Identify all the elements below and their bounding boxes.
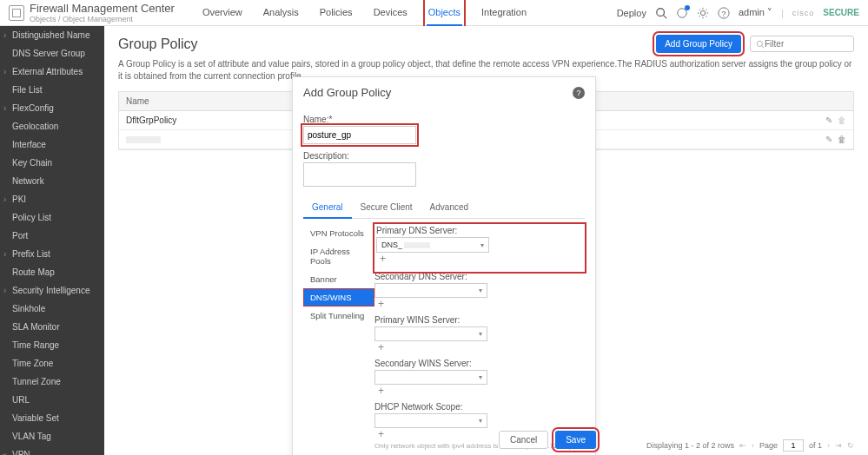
tab-secure-client[interactable]: Secure Client xyxy=(352,197,421,218)
sidebar-item[interactable]: URL xyxy=(0,391,104,409)
pager-page-label: Page xyxy=(759,441,778,450)
add-primary-wins-icon[interactable]: + xyxy=(378,341,384,353)
sidebar-item[interactable]: Key Chain xyxy=(0,154,104,172)
pager: Displaying 1 - 2 of 2 rows ⇤ ‹ Page of 1… xyxy=(646,439,854,452)
page-head: Group Policy Add Group Policy xyxy=(118,35,854,53)
cancel-button[interactable]: Cancel xyxy=(499,431,548,449)
sidebar-item[interactable]: Interface xyxy=(0,135,104,154)
sidebar-item[interactable]: DNS Server Group xyxy=(0,44,104,63)
chevron-down-icon: ▾ xyxy=(479,417,482,425)
sidebar-item[interactable]: Route Map xyxy=(0,263,104,281)
sidebar-item[interactable]: Network xyxy=(0,172,104,190)
add-group-policy-modal: Add Group Policy ? Name:* Description: G… xyxy=(292,76,596,455)
subtab-vpn-protocols[interactable]: VPN Protocols xyxy=(303,224,374,242)
svg-line-7 xyxy=(762,45,765,48)
modal-tabs: General Secure Client Advanced xyxy=(303,197,585,219)
secondary-wins-select[interactable]: ▾ xyxy=(374,370,487,385)
sidebar-item[interactable]: VLAN Tag xyxy=(0,427,104,445)
row-name: DfltGrpPolicy xyxy=(126,115,176,125)
sidebar-item[interactable]: FlexConfig xyxy=(0,99,104,117)
chevron-down-icon: ▾ xyxy=(479,373,482,381)
add-secondary-dns-icon[interactable]: + xyxy=(378,298,384,310)
modal-help-icon[interactable]: ? xyxy=(573,87,585,99)
breadcrumb[interactable]: Objects / Object Management xyxy=(30,15,175,23)
description-input[interactable] xyxy=(303,162,416,187)
save-button[interactable]: Save xyxy=(555,431,596,449)
sidebar-item[interactable]: Distinguished Name xyxy=(0,26,104,44)
primary-wins-label: Primary WINS Server: xyxy=(374,315,585,325)
refresh-icon[interactable]: ↻ xyxy=(847,441,854,450)
tab-general[interactable]: General xyxy=(303,197,352,219)
name-input[interactable] xyxy=(303,126,416,144)
nav-integration[interactable]: Integration xyxy=(480,0,528,26)
modal-header: Add Group Policy ? xyxy=(293,77,595,108)
sidebar-item[interactable]: External Attributes xyxy=(0,63,104,81)
delete-icon[interactable]: 🗑 xyxy=(838,115,846,125)
nav-devices[interactable]: Devices xyxy=(372,0,409,26)
sidebar-item[interactable]: Geolocation xyxy=(0,117,104,135)
sidebar-item[interactable]: Time Range xyxy=(0,336,104,354)
subtab-split-tunneling[interactable]: Split Tunneling xyxy=(303,307,374,325)
sidebar-item[interactable]: Prefix List xyxy=(0,245,104,263)
pager-prev-icon[interactable]: ‹ xyxy=(752,441,754,450)
nav-policies[interactable]: Policies xyxy=(318,0,354,26)
sidebar-item[interactable]: SLA Monitor xyxy=(0,318,104,336)
cisco-logo: cisco xyxy=(792,9,815,17)
filter-wrap[interactable] xyxy=(750,36,854,52)
nav-objects[interactable]: Objects xyxy=(427,0,462,26)
svg-line-1 xyxy=(664,15,667,18)
secondary-wins-label: Secondary WINS Server: xyxy=(374,359,585,368)
sidebar-item[interactable]: Sinkhole xyxy=(0,300,104,318)
sidebar-item[interactable]: Policy List xyxy=(0,208,104,227)
user-menu[interactable]: admin ˅ xyxy=(739,7,772,18)
primary-dns-select[interactable]: DNS_▾ xyxy=(376,237,489,253)
svg-text:?: ? xyxy=(721,9,726,17)
add-group-policy-button[interactable]: Add Group Policy xyxy=(656,35,741,53)
nav-overview[interactable]: Overview xyxy=(201,0,244,26)
pager-page-input[interactable] xyxy=(783,439,804,452)
svg-point-6 xyxy=(757,41,762,46)
sidebar-item[interactable]: Time Zone xyxy=(0,354,104,373)
page-title: Group Policy xyxy=(118,36,198,52)
edit-icon[interactable]: ✎ xyxy=(825,115,832,125)
pager-last-icon[interactable]: ⇥ xyxy=(835,441,842,450)
edit-icon[interactable]: ✎ xyxy=(825,135,832,144)
subtab-dns-wins[interactable]: DNS/WINS xyxy=(303,288,374,307)
delete-icon[interactable]: 🗑 xyxy=(838,135,846,144)
modal-footer: Cancel Save xyxy=(292,431,596,449)
dhcp-select[interactable]: ▾ xyxy=(374,413,487,428)
sidebar-item[interactable]: Tunnel Zone xyxy=(0,373,104,391)
sidebar-item[interactable]: Variable Set xyxy=(0,409,104,427)
add-secondary-wins-icon[interactable]: + xyxy=(378,385,384,397)
secondary-dns-label: Secondary DNS Server: xyxy=(374,272,585,281)
top-header: Firewall Management Center Objects / Obj… xyxy=(0,0,868,26)
subtab-ip-pools[interactable]: IP Address Pools xyxy=(303,242,374,270)
sidebar-item[interactable]: PKI xyxy=(0,190,104,208)
pager-of: of 1 xyxy=(809,441,822,450)
sidebar-item[interactable]: File List xyxy=(0,81,104,99)
nav-analysis[interactable]: Analysis xyxy=(262,0,301,26)
notifications-icon[interactable] xyxy=(676,7,688,19)
modal-title: Add Group Policy xyxy=(303,86,391,99)
sidebar: Distinguished NameDNS Server GroupExtern… xyxy=(0,26,104,455)
subtabs: VPN Protocols IP Address Pools Banner DN… xyxy=(303,224,374,455)
sidebar-item[interactable]: Security Intelligence xyxy=(0,281,104,300)
secondary-dns-select[interactable]: ▾ xyxy=(374,283,487,298)
sidebar-item[interactable]: VPN xyxy=(0,445,104,455)
search-icon[interactable] xyxy=(655,7,667,19)
filter-input[interactable] xyxy=(765,39,843,49)
dhcp-label: DHCP Network Scope: xyxy=(374,402,585,412)
tab-advanced[interactable]: Advanced xyxy=(421,197,477,218)
primary-wins-select[interactable]: ▾ xyxy=(374,326,487,341)
subtab-banner[interactable]: Banner xyxy=(303,270,374,288)
pager-next-icon[interactable]: › xyxy=(827,441,830,450)
chevron-down-icon: ▾ xyxy=(480,241,484,249)
deploy-button[interactable]: Deploy xyxy=(617,8,646,18)
top-nav: Overview Analysis Policies Devices Objec… xyxy=(201,0,528,26)
pager-first-icon[interactable]: ⇤ xyxy=(739,441,746,450)
help-icon[interactable]: ? xyxy=(718,7,730,19)
add-primary-dns-icon[interactable]: + xyxy=(380,253,386,265)
settings-icon[interactable] xyxy=(697,7,709,19)
name-label: Name:* xyxy=(303,115,585,124)
sidebar-item[interactable]: Port xyxy=(0,227,104,245)
